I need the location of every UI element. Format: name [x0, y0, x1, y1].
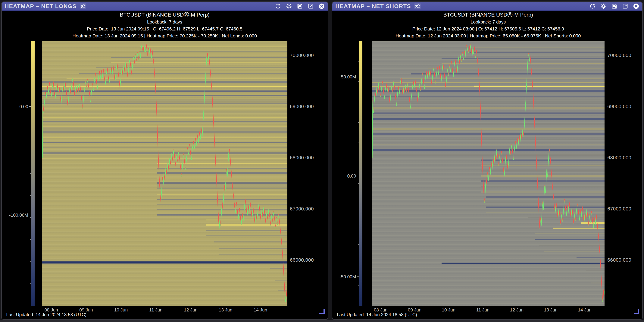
colorbar-minor-tick	[30, 217, 31, 218]
heatmap-window-net-shorts: HEATMAP – NET SHORTS BTCUSDT (BINANCE US…	[332, 2, 643, 320]
titlebar-net-longs[interactable]: HEATMAP – NET LONGS	[2, 2, 328, 11]
colorbar-minor-tick	[358, 244, 359, 245]
date-tick-label: 13 Jun	[538, 306, 564, 313]
chart-heatmap-info: Heatmap Date: 12 Jun 2024 03:00 | Heatma…	[372, 32, 604, 39]
gear-icon[interactable]	[600, 3, 606, 10]
date-tick-label: 12 Jun	[178, 306, 204, 313]
colorbar-minor-tick	[30, 85, 31, 85]
heatmap-chart[interactable]	[372, 41, 604, 306]
colorbar-minor-tick	[30, 107, 31, 107]
colorbar-minor-tick	[30, 63, 31, 63]
colorbar-minor-tick	[358, 122, 359, 123]
colorbar-gradient	[31, 41, 34, 306]
colorbar-minor-tick	[358, 265, 359, 265]
price-tick-label: 66000.000	[607, 257, 631, 263]
date-tick-label: 12 Jun	[504, 306, 530, 313]
date-tick-label: 13 Jun	[212, 306, 239, 313]
colorbar-tick	[357, 77, 359, 77]
price-tick-label: 68000.000	[607, 155, 631, 161]
colorbar-minor-tick	[358, 82, 359, 82]
candlesticks	[372, 41, 604, 306]
close-icon[interactable]	[318, 3, 325, 10]
colorbar-minor-tick	[30, 151, 31, 151]
expand-icon[interactable]	[622, 3, 628, 10]
panel-title: HEATMAP – NET LONGS	[5, 3, 76, 10]
chart-price-info: Price Date: 13 Jun 2024 09:15 | O: 67496…	[42, 25, 288, 32]
price-tick-label: 70000.000	[607, 52, 631, 58]
price-tick-label: 70000.000	[290, 52, 314, 58]
heatmap-window-net-longs: HEATMAP – NET LONGS BTCUSDT (BINANCE USD…	[1, 2, 328, 320]
price-tick-label: 66000.000	[290, 257, 314, 263]
colorbar-minor-tick	[358, 204, 359, 204]
gear-icon[interactable]	[286, 3, 292, 10]
refresh-icon[interactable]	[275, 3, 281, 10]
sliders-icon[interactable]	[80, 3, 86, 10]
colorbar-minor-tick	[358, 285, 359, 285]
status-last-updated: Last Updated: 14 Jun 2024 18:58 (UTC)	[6, 312, 86, 317]
date-tick-label: 11 Jun	[143, 306, 169, 313]
titlebar-net-shorts[interactable]: HEATMAP – NET SHORTS	[332, 2, 642, 11]
price-tick-label: 68000.000	[290, 155, 314, 161]
colorbar-tick-label: -50.00M	[332, 274, 356, 280]
colorbar-tick-label: 0.00	[1, 104, 28, 110]
colorbar-gradient	[359, 41, 362, 306]
date-tick-label: 14 Jun	[572, 306, 598, 313]
colorbar-minor-tick	[358, 183, 359, 184]
sliders-icon[interactable]	[414, 3, 421, 10]
close-icon[interactable]	[633, 3, 639, 10]
heatmap-chart[interactable]	[42, 41, 288, 306]
date-tick-label: 10 Jun	[436, 306, 462, 313]
colorbar-minor-tick	[30, 261, 31, 262]
save-icon[interactable]	[611, 3, 618, 10]
price-axis: 70000.00069000.00068000.00067000.0006600…	[290, 41, 326, 306]
chart-heatmap-info: Heatmap Date: 13 Jun 2024 09:15 | Heatma…	[42, 32, 288, 39]
colorbar-tick-label: 50.00M	[332, 74, 356, 80]
colorbar-minor-tick	[30, 195, 31, 196]
colorbar-minor-tick	[358, 224, 359, 224]
price-tick-label: 67000.000	[607, 206, 631, 212]
bottom-strip	[0, 320, 644, 322]
chart-lookback: Lookback: 7 days	[372, 19, 604, 25]
colorbar-minor-tick	[358, 143, 359, 143]
colorbar-tick	[357, 276, 359, 277]
colorbar-minor-tick	[358, 102, 359, 102]
colorbar-minor-tick	[30, 283, 31, 284]
chart-lookback: Lookback: 7 days	[42, 19, 288, 25]
resize-handle[interactable]	[319, 309, 325, 314]
chart-header: BTCUSDT (BINANCE USDⓈ-M Perp) Lookback: …	[42, 11, 288, 39]
expand-icon[interactable]	[308, 3, 314, 10]
chart-title: BTCUSDT (BINANCE USDⓈ-M Perp)	[372, 11, 604, 19]
candlesticks	[42, 41, 288, 306]
chart-title: BTCUSDT (BINANCE USDⓈ-M Perp)	[42, 11, 288, 19]
refresh-icon[interactable]	[589, 3, 596, 10]
colorbar-minor-tick	[358, 61, 359, 62]
colorbar-minor-tick	[30, 173, 31, 174]
date-tick-label: 10 Jun	[108, 306, 134, 313]
colorbar-tick	[29, 215, 31, 215]
price-tick-label: 67000.000	[290, 206, 314, 212]
colorbar: 50.00M0.00-50.00M	[332, 41, 362, 306]
chart-header: BTCUSDT (BINANCE USDⓈ-M Perp) Lookback: …	[372, 11, 604, 39]
date-tick-label: 11 Jun	[470, 306, 496, 313]
colorbar-tick-label: 0.00	[332, 173, 356, 179]
save-icon[interactable]	[296, 3, 303, 10]
colorbar: 0.00-100.00M	[2, 41, 34, 306]
chart-price-info: Price Date: 12 Jun 2024 03:00 | O: 67412…	[372, 25, 604, 32]
resize-handle[interactable]	[634, 309, 639, 314]
status-last-updated: Last Updated: 14 Jun 2024 18:58 (UTC)	[337, 312, 417, 317]
price-tick-label: 69000.000	[290, 103, 314, 110]
colorbar-minor-tick	[30, 129, 31, 129]
price-tick-label: 69000.000	[607, 103, 631, 110]
colorbar-minor-tick	[30, 239, 31, 240]
colorbar-minor-tick	[358, 163, 359, 163]
colorbar-tick-label: -100.00M	[1, 212, 28, 218]
date-tick-label: 14 Jun	[247, 306, 274, 313]
panel-title: HEATMAP – NET SHORTS	[335, 3, 411, 10]
colorbar-tick	[357, 176, 359, 176]
price-axis: 70000.00069000.00068000.00067000.0006600…	[607, 41, 643, 306]
